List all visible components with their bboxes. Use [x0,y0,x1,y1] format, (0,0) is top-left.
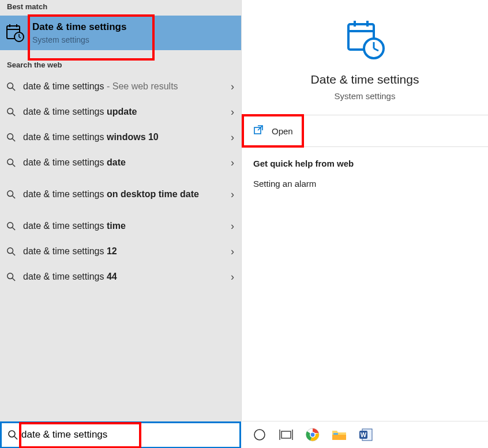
chevron-right-icon: › [231,81,234,93]
search-input[interactable] [21,423,237,447]
preview-panel: Date & time settings System settings Ope… [241,0,488,421]
svg-line-22 [13,278,15,281]
svg-line-12 [13,139,15,141]
open-label: Open [272,126,293,136]
svg-point-34 [254,430,265,440]
svg-line-16 [13,196,15,198]
task-view-icon[interactable] [275,423,298,446]
preview-hero: Date & time settings System settings [242,0,488,115]
web-result-text: date & time settings time [23,220,225,232]
search-icon [5,158,17,167]
svg-line-8 [13,88,15,91]
word-icon[interactable]: W [354,423,377,446]
chevron-right-icon: › [231,189,234,201]
search-icon [5,272,17,281]
help-section: Get quick help from web Setting an alarm [242,147,488,200]
svg-point-17 [7,223,13,228]
search-icon [5,247,17,256]
best-match-subtitle: System settings [32,35,126,44]
preview-title: Date & time settings [311,73,419,86]
chevron-right-icon: › [231,271,234,283]
search-icon [5,221,17,231]
web-result-item[interactable]: date & time settings time› [0,213,241,239]
web-result-item[interactable]: date & time settings on desktop time dat… [0,175,241,213]
chevron-right-icon: › [231,246,234,258]
taskbar: W [0,421,488,448]
best-match-text: Date & time settings System settings [32,21,126,44]
svg-point-9 [7,108,13,114]
taskbar-search-box[interactable] [0,421,241,449]
cortana-icon[interactable] [248,423,271,446]
file-explorer-icon[interactable] [328,423,351,446]
svg-line-18 [13,228,15,230]
web-result-text: date & time settings windows 10 [23,131,225,144]
svg-line-14 [13,164,15,167]
chevron-right-icon: › [231,157,234,169]
web-result-text: date & time settings on desktop time dat… [23,189,225,201]
search-icon [4,430,21,440]
web-result-text: date & time settings - See web results [23,81,225,93]
svg-rect-41 [332,435,346,440]
search-icon [5,107,17,116]
search-web-header: Search the web [0,50,241,74]
best-match-result[interactable]: Date & time settings System settings [0,16,241,50]
svg-line-20 [13,253,15,255]
web-result-item[interactable]: date & time settings - See web results› [0,74,241,99]
best-match-title: Date & time settings [32,21,126,33]
web-result-item[interactable]: date & time settings update› [0,99,241,125]
help-header: Get quick help from web [253,159,476,168]
web-result-item[interactable]: date & time settings 44› [0,264,241,289]
web-result-item[interactable]: date & time settings windows 10› [0,125,241,150]
chrome-icon[interactable] [301,423,324,446]
web-results-list: date & time settings - See web results›d… [0,74,241,421]
svg-line-10 [13,114,15,116]
web-result-item[interactable]: date & time settings date› [0,150,241,175]
search-icon [5,82,17,91]
web-result-text: date & time settings 44 [23,271,225,283]
svg-point-21 [7,273,13,279]
search-icon [5,133,17,142]
svg-text:W: W [361,431,367,438]
search-icon [5,190,17,199]
svg-point-40 [311,433,315,437]
svg-point-19 [7,248,13,254]
date-time-icon [5,22,25,43]
svg-point-7 [7,83,13,89]
chevron-right-icon: › [231,106,234,118]
svg-point-15 [7,191,13,197]
best-match-header: Best match [0,0,241,16]
svg-line-33 [14,436,17,439]
preview-subtitle: System settings [335,91,396,101]
help-link-setting-alarm[interactable]: Setting an alarm [253,179,476,189]
open-in-new-icon [253,125,264,137]
chevron-right-icon: › [231,131,234,144]
web-result-text: date & time settings update [23,106,225,118]
search-results-panel: Best match Date & time settings System s… [0,0,241,421]
date-time-icon-large [343,17,388,65]
svg-point-32 [9,431,15,437]
svg-line-31 [258,126,262,130]
taskbar-icons: W [241,423,488,446]
web-result-text: date & time settings date [23,157,225,169]
web-result-text: date & time settings 12 [23,246,225,258]
svg-rect-36 [281,431,291,438]
open-action[interactable]: Open [242,115,488,147]
chevron-right-icon: › [231,220,234,232]
svg-rect-42 [333,433,338,435]
web-result-item[interactable]: date & time settings 12› [0,239,241,264]
svg-point-13 [7,159,13,165]
svg-point-11 [7,134,13,140]
